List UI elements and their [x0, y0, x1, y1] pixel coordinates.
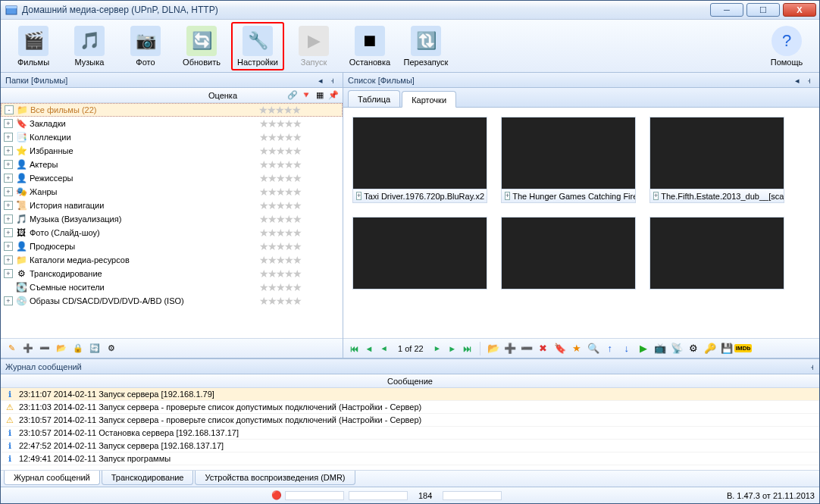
- tree-row[interactable]: 💽Съемные носители★★★★★: [1, 280, 343, 294]
- tree-row[interactable]: +🖼Фото (Слайд-шоу)★★★★★: [1, 226, 343, 239]
- gear-icon[interactable]: ⚙: [687, 342, 700, 355]
- rating-stars[interactable]: ★★★★★: [259, 213, 343, 225]
- add-icon[interactable]: ➕: [22, 343, 34, 355]
- expand-icon[interactable]: +: [4, 187, 13, 196]
- log-row[interactable]: ℹ23:11:07 2014-02-11 Запуск сервера [192…: [1, 388, 819, 401]
- cast-icon[interactable]: 📺: [653, 342, 667, 355]
- last-icon[interactable]: ⏭: [462, 344, 474, 353]
- stop-button[interactable]: ⏹ Остановка: [343, 22, 396, 70]
- rating-stars[interactable]: ★★★★★: [259, 186, 343, 198]
- rating-stars[interactable]: ★★★★★: [259, 254, 343, 266]
- minimize-button[interactable]: ─: [710, 3, 743, 17]
- collapse-right-icon[interactable]: ◂: [792, 75, 803, 86]
- movie-thumbnail[interactable]: [649, 217, 784, 290]
- rating-stars[interactable]: ★★★★★: [259, 158, 343, 171]
- expand-icon[interactable]: +: [4, 201, 13, 210]
- tree-row[interactable]: +📁Каталоги медиа-ресурсов★★★★★: [1, 253, 343, 267]
- restart-button[interactable]: 🔃 Перезапуск: [399, 22, 452, 70]
- log-pin-icon[interactable]: ⫞: [810, 362, 815, 371]
- back-icon[interactable]: ◂: [378, 343, 390, 353]
- tree-row[interactable]: +👤Продюсеры★★★★★: [1, 239, 343, 253]
- remove-file-icon[interactable]: ➖: [520, 342, 534, 355]
- movie-thumbnail[interactable]: [649, 117, 784, 189]
- close-button[interactable]: X: [783, 3, 816, 17]
- music-button[interactable]: 🎵 Музыка: [63, 22, 116, 70]
- expand-icon[interactable]: +: [4, 242, 13, 251]
- key-icon[interactable]: 🔑: [703, 342, 717, 355]
- expand-icon[interactable]: +: [653, 192, 659, 200]
- expand-icon[interactable]: +: [4, 174, 13, 183]
- delete-icon[interactable]: ✖: [537, 342, 550, 355]
- prev-icon[interactable]: ◄: [363, 344, 375, 353]
- movie-card[interactable]: [649, 217, 784, 290]
- log-column-header[interactable]: Сообщение: [1, 374, 819, 388]
- expand-icon[interactable]: +: [4, 146, 13, 155]
- cards-area[interactable]: +Taxi Driver.1976.720p.BluRay.x2+The Hun…: [343, 108, 819, 338]
- tree-tool-view-icon[interactable]: ▦: [314, 89, 326, 102]
- next-icon[interactable]: ►: [446, 344, 459, 353]
- rating-stars[interactable]: ★★★★★: [259, 117, 343, 130]
- rating-stars[interactable]: ★★★★★: [259, 199, 343, 211]
- star-icon[interactable]: ★: [570, 342, 584, 355]
- pin-right-icon[interactable]: ⫞: [804, 75, 815, 86]
- play-icon[interactable]: ▶: [637, 342, 650, 355]
- broadcast-icon[interactable]: 📡: [670, 342, 684, 355]
- help-button[interactable]: ? Помощь: [760, 22, 813, 70]
- tree-col-rating[interactable]: Оценка: [177, 91, 268, 100]
- log-row[interactable]: ℹ22:47:52 2014-02-11 Запуск сервера [192…: [1, 440, 819, 452]
- folder-tree[interactable]: -📁Все фильмы (22)★★★★★+🔖Закладки★★★★★+📑К…: [1, 103, 343, 338]
- sort-asc-icon[interactable]: ↑: [603, 342, 617, 355]
- tree-row[interactable]: +🎵Музыка (Визуализация)★★★★★: [1, 212, 343, 226]
- expand-icon[interactable]: +: [4, 133, 13, 142]
- tree-tool-link-icon[interactable]: 🔗: [286, 89, 299, 102]
- photo-button[interactable]: 📷 Фото: [119, 22, 172, 70]
- remove-icon[interactable]: ➖: [39, 343, 51, 355]
- movie-card[interactable]: +Taxi Driver.1976.720p.BluRay.x2: [352, 117, 487, 203]
- tab-cards[interactable]: Карточки: [402, 91, 456, 108]
- refresh-button[interactable]: 🔄 Обновить: [175, 22, 228, 70]
- expand-icon[interactable]: +: [4, 296, 13, 305]
- imdb-icon[interactable]: IMDb: [737, 342, 750, 355]
- expand-icon[interactable]: -: [5, 105, 14, 114]
- movie-thumbnail[interactable]: [501, 217, 636, 290]
- movie-thumbnail[interactable]: [352, 117, 487, 189]
- folder-refresh-icon[interactable]: 🔄: [89, 343, 101, 355]
- tree-row[interactable]: -📁Все фильмы (22)★★★★★: [1, 103, 343, 117]
- movie-card[interactable]: +The Hunger Games Catching Fire.: [501, 117, 636, 203]
- collapse-left-icon[interactable]: ◂: [315, 75, 326, 86]
- search-icon[interactable]: 🔍: [587, 342, 600, 355]
- expand-icon[interactable]: +: [4, 160, 13, 169]
- expand-icon[interactable]: +: [4, 269, 13, 278]
- expand-icon[interactable]: +: [4, 214, 13, 224]
- rating-stars[interactable]: ★★★★★: [259, 268, 343, 280]
- rating-stars[interactable]: ★★★★★: [259, 281, 343, 293]
- rating-stars[interactable]: ★★★★★: [259, 131, 343, 143]
- pin-icon[interactable]: ⫞: [327, 75, 338, 86]
- expand-icon[interactable]: +: [4, 228, 13, 237]
- tab-dmr[interactable]: Устройства воспроизведения (DMR): [195, 471, 355, 485]
- films-button[interactable]: 🎬 Фильмы: [7, 22, 60, 70]
- fwd-icon[interactable]: ▸: [431, 343, 443, 353]
- movie-card[interactable]: [352, 217, 487, 290]
- maximize-button[interactable]: ☐: [746, 3, 780, 17]
- movie-thumbnail[interactable]: [352, 217, 487, 290]
- add-file-icon[interactable]: ➕: [503, 342, 517, 355]
- rating-stars[interactable]: ★★★★★: [259, 145, 343, 157]
- open-folder-icon[interactable]: 📂: [487, 342, 500, 355]
- folder-open-icon[interactable]: 📂: [55, 343, 67, 355]
- first-icon[interactable]: ⏮: [348, 344, 360, 353]
- expand-icon[interactable]: +: [505, 192, 510, 200]
- tree-row[interactable]: +🎭Жанры★★★★★: [1, 185, 343, 199]
- tree-tool-pin-icon[interactable]: 📌: [327, 89, 340, 102]
- rating-stars[interactable]: ★★★★★: [258, 104, 342, 116]
- bookmark-icon[interactable]: 🔖: [553, 342, 567, 355]
- log-row[interactable]: ⚠23:11:03 2014-02-11 Запуск сервера - пр…: [1, 401, 819, 414]
- rating-stars[interactable]: ★★★★★: [259, 172, 343, 184]
- log-row[interactable]: ⚠23:10:57 2014-02-11 Запуск сервера - пр…: [1, 414, 819, 427]
- rating-stars[interactable]: ★★★★★: [259, 240, 343, 252]
- log-row[interactable]: ℹ12:49:41 2014-02-11 Запуск программы: [1, 452, 819, 465]
- tab-log[interactable]: Журнал сообщений: [4, 471, 100, 485]
- tree-row[interactable]: +🔖Закладки★★★★★: [1, 117, 343, 130]
- tab-table[interactable]: Таблица: [348, 90, 400, 107]
- log-row[interactable]: ℹ23:10:57 2014-02-11 Остановка сервера […: [1, 427, 819, 440]
